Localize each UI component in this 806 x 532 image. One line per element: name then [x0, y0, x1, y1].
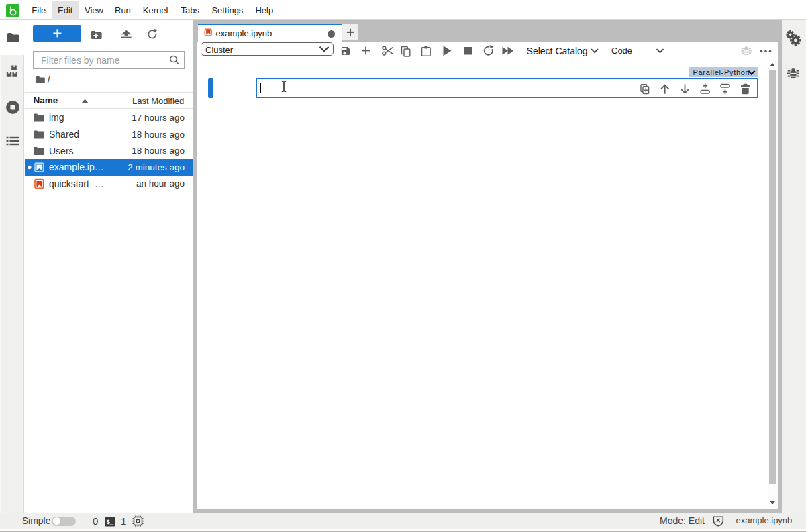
svg-text:$_: $_	[106, 518, 113, 525]
